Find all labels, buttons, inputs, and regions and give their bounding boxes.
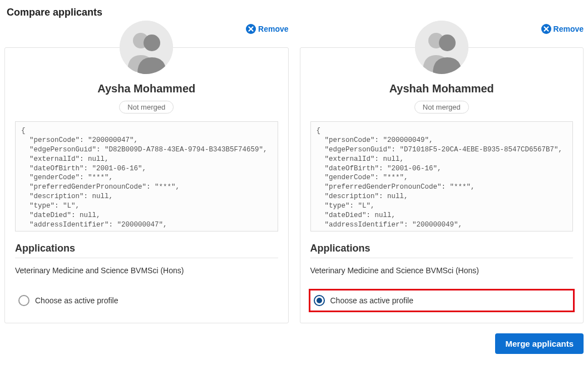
choose-label: Choose as active profile xyxy=(330,296,413,305)
applications-heading: Applications xyxy=(15,243,278,254)
choose-active-profile[interactable]: Choose as active profile xyxy=(15,290,278,311)
close-icon xyxy=(541,24,551,34)
page-title: Compare applicants xyxy=(7,7,584,18)
close-icon xyxy=(246,24,256,34)
applicant-name: Aysha Mohammed xyxy=(15,82,278,95)
avatar xyxy=(120,21,173,74)
applicant-json-box[interactable]: { "personCode": "200000047", "edgePerson… xyxy=(15,121,278,232)
radio-icon xyxy=(18,295,29,306)
applications-heading: Applications xyxy=(310,243,574,254)
choose-active-profile[interactable]: Choose as active profile xyxy=(310,290,574,311)
application-item: Veterinary Medicine and Science BVMSci (… xyxy=(15,266,278,275)
merge-status-badge: Not merged xyxy=(119,101,174,114)
radio-icon xyxy=(314,295,325,306)
applicant-json-box[interactable]: { "personCode": "200000049", "edgePerson… xyxy=(310,121,574,232)
merge-status-badge: Not merged xyxy=(414,101,469,114)
remove-label: Remove xyxy=(258,24,288,33)
application-item: Veterinary Medicine and Science BVMSci (… xyxy=(310,266,574,275)
remove-label: Remove xyxy=(554,24,584,33)
applicant-card: Ayshah Mohammed Not merged { "personCode… xyxy=(300,47,584,323)
svg-point-7 xyxy=(439,35,456,51)
footer: Merge applicants xyxy=(4,333,584,354)
choose-label: Choose as active profile xyxy=(35,296,118,305)
applicant-card: Aysha Mohammed Not merged { "personCode"… xyxy=(4,47,289,323)
applicant-column-0: Remove Aysha Mohammed Not merged { "pers… xyxy=(4,21,289,323)
applicant-name: Ayshah Mohammed xyxy=(310,82,574,95)
svg-point-3 xyxy=(144,35,160,51)
applicant-column-1: Remove Ayshah Mohammed Not merged { "per… xyxy=(300,21,584,323)
remove-button[interactable]: Remove xyxy=(246,24,288,34)
divider xyxy=(310,258,574,258)
divider xyxy=(15,258,278,258)
remove-button[interactable]: Remove xyxy=(541,24,584,34)
compare-cards: Remove Aysha Mohammed Not merged { "pers… xyxy=(4,21,584,323)
avatar xyxy=(415,21,468,74)
merge-applicants-button[interactable]: Merge applicants xyxy=(495,333,584,354)
